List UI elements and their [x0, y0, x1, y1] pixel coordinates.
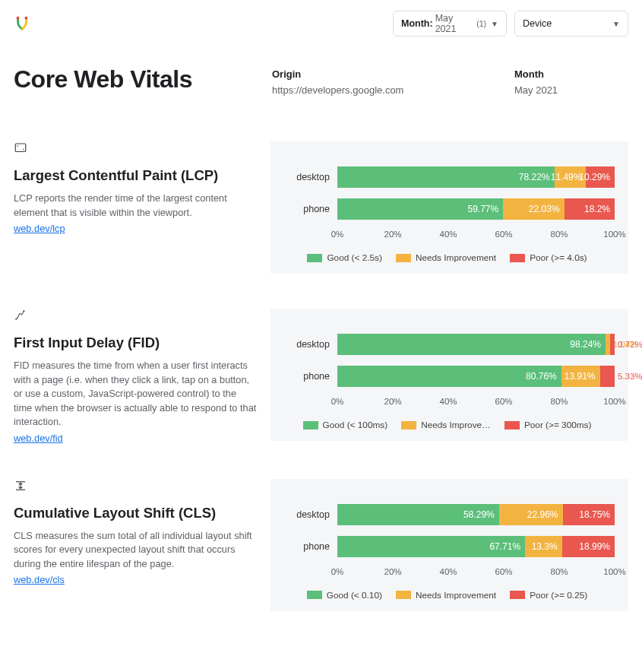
- segment-poor: 18.75%: [563, 504, 615, 525]
- axis-tick: 60%: [495, 397, 512, 406]
- axis-tick: 0%: [331, 397, 344, 406]
- axis-tick: 100%: [603, 230, 625, 239]
- month-select-label: Month:: [401, 18, 433, 29]
- metric-title: Cumulative Layout Shift (CLS): [14, 505, 257, 521]
- category-label: desktop: [280, 509, 337, 520]
- axis-tick: 20%: [384, 567, 401, 576]
- bar-row-desktop: desktop 98.24% 1.04% 0.72%: [280, 333, 615, 356]
- category-label: desktop: [280, 339, 337, 350]
- axis-tick: 20%: [384, 397, 401, 406]
- axis-tick: 40%: [439, 397, 457, 406]
- segment-good: 59.77%: [337, 198, 503, 220]
- month-value: May 2021: [514, 84, 628, 96]
- legend-good: Good (< 100ms): [303, 420, 388, 430]
- legend-poor: Poor (>= 4.0s): [510, 252, 587, 263]
- bar-track: 59.77% 22.03% 18.2%: [337, 198, 615, 220]
- segment-good: 58.29%: [337, 504, 499, 525]
- bar-row-phone: phone 67.71% 13.3% 18.99%: [280, 535, 615, 558]
- axis-tick: 80%: [550, 567, 568, 576]
- x-axis: 0%20%40%60%80%100%: [337, 230, 615, 245]
- chevron-down-icon: ▼: [612, 20, 620, 28]
- bar-row-phone: phone 59.77% 22.03% 18.2%: [280, 198, 615, 220]
- segment-needs-improvement: 22.96%: [499, 504, 563, 525]
- segment-poor: 10.29%: [586, 166, 615, 188]
- axis-tick: 60%: [495, 567, 512, 576]
- month-select-count: (1): [476, 19, 486, 28]
- segment-good: 67.71%: [337, 536, 525, 557]
- legend-poor: Poor (>= 0.25): [510, 590, 587, 601]
- cls-icon: [14, 479, 27, 493]
- metric-info: Largest Contentful Paint (LCP) LCP repor…: [14, 141, 257, 234]
- swatch-good: [307, 591, 322, 599]
- chart-card: desktop 58.29% 22.96% 18.75% phone 67.71…: [270, 479, 628, 611]
- fid-icon: [14, 309, 27, 322]
- chart-card: desktop 78.22% 11.49% 10.29% phone 59.77…: [270, 141, 628, 274]
- segment-poor: 0.72%: [610, 334, 615, 355]
- bar-row-phone: phone 80.76% 13.91% 5.33%: [280, 365, 615, 388]
- month-select[interactable]: Month: May 2021 (1) ▼: [393, 11, 507, 36]
- legend-needs-improvement: Needs Improvement: [396, 590, 496, 601]
- month-label: Month: [514, 68, 628, 80]
- segment-needs-improvement: 13.3%: [525, 536, 562, 557]
- metric-title: Largest Contentful Paint (LCP): [14, 167, 257, 184]
- page-title: Core Web Vitals: [14, 65, 272, 94]
- logo-icon: [14, 15, 30, 32]
- month-select-value: May 2021: [435, 13, 470, 34]
- axis-tick: 100%: [603, 397, 625, 406]
- swatch-ni: [396, 254, 411, 262]
- metric-description: LCP reports the render time of the large…: [14, 192, 257, 220]
- lcp-icon: [14, 141, 27, 155]
- legend-good: Good (< 0.10): [307, 590, 382, 601]
- legend-needs-improvement: Needs Improve…: [401, 420, 491, 430]
- metric-title: First Input Delay (FID): [14, 334, 257, 351]
- metric-description: FID measures the time from when a user f…: [14, 359, 257, 430]
- metric-cls: Cumulative Layout Shift (CLS) CLS measur…: [14, 479, 628, 611]
- segment-good: 80.76%: [337, 366, 561, 387]
- axis-tick: 80%: [550, 397, 568, 406]
- swatch-poor: [510, 254, 525, 262]
- x-axis: 0%20%40%60%80%100%: [337, 397, 615, 412]
- axis-tick: 20%: [384, 230, 401, 239]
- axis-tick: 40%: [439, 567, 457, 576]
- chevron-down-icon: ▼: [491, 20, 498, 28]
- swatch-good: [307, 254, 322, 262]
- axis-tick: 80%: [550, 230, 568, 239]
- device-select[interactable]: Device ▼: [514, 11, 628, 36]
- axis-tick: 60%: [495, 230, 512, 239]
- metric-link[interactable]: web.dev/fid: [14, 433, 63, 444]
- category-label: phone: [280, 371, 337, 382]
- bar-track: 80.76% 13.91% 5.33%: [337, 366, 615, 387]
- segment-good: 78.22%: [337, 166, 555, 188]
- swatch-ni: [401, 421, 416, 430]
- legend-poor: Poor (>= 300ms): [504, 420, 592, 430]
- axis-tick: 0%: [331, 567, 344, 576]
- metric-lcp: Largest Contentful Paint (LCP) LCP repor…: [14, 141, 628, 274]
- origin-label: Origin: [272, 68, 514, 80]
- segment-poor: 5.33%: [600, 366, 615, 387]
- chart-legend: Good (< 100ms) Needs Improve… Poor (>= 3…: [280, 420, 615, 430]
- chart-card: desktop 98.24% 1.04% 0.72% phone 80.76% …: [270, 309, 628, 441]
- svg-point-0: [17, 17, 20, 20]
- bar-track: 78.22% 11.49% 10.29%: [337, 166, 615, 188]
- metric-description: CLS measures the sum total of all indivi…: [14, 529, 257, 572]
- metric-fid: First Input Delay (FID) FID measures the…: [14, 309, 628, 444]
- segment-poor: 18.2%: [565, 198, 615, 220]
- chart-legend: Good (< 0.10) Needs Improvement Poor (>=…: [280, 590, 615, 601]
- bar-track: 58.29% 22.96% 18.75%: [337, 504, 615, 525]
- x-axis: 0%20%40%60%80%100%: [337, 567, 615, 582]
- origin-meta: Origin https://developers.google.com: [272, 65, 514, 96]
- device-select-label: Device: [523, 18, 552, 29]
- chart-legend: Good (< 2.5s) Needs Improvement Poor (>=…: [280, 252, 615, 263]
- metric-info: First Input Delay (FID) FID measures the…: [14, 309, 257, 444]
- legend-needs-improvement: Needs Improvement: [396, 252, 496, 263]
- bar-row-desktop: desktop 78.22% 11.49% 10.29%: [280, 166, 615, 189]
- category-label: phone: [280, 204, 337, 214]
- segment-poor: 18.99%: [562, 536, 615, 557]
- legend-good: Good (< 2.5s): [307, 252, 381, 263]
- segment-needs-improvement: 22.03%: [503, 198, 564, 220]
- axis-tick: 40%: [439, 230, 457, 239]
- metric-link[interactable]: web.dev/lcp: [14, 223, 65, 234]
- swatch-poor: [510, 591, 525, 599]
- metric-link[interactable]: web.dev/cls: [14, 574, 65, 585]
- swatch-poor: [504, 421, 520, 430]
